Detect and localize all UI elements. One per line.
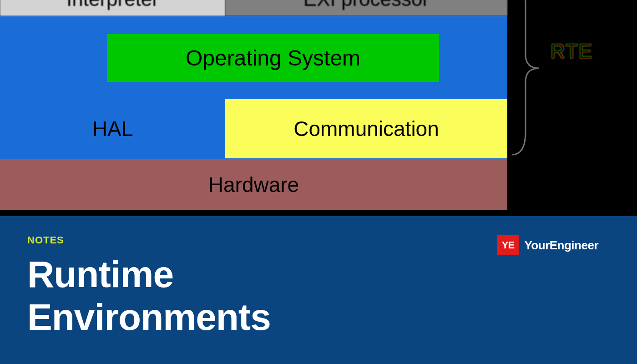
title-line-1: Runtime: [27, 253, 610, 296]
rte-label: RTE: [551, 40, 593, 63]
hardware-block: Hardware: [0, 159, 507, 210]
os-label: Operating System: [186, 46, 360, 71]
logo: YE YourEngineer: [497, 235, 598, 255]
communication-block: Communication: [225, 99, 507, 158]
architecture-diagram: Interpreter EXI processor Operating Syst…: [0, 0, 637, 216]
hal-block: HAL: [0, 99, 225, 158]
exi-label: EXI processor: [303, 0, 429, 10]
footer-banner: NOTES Runtime Environments YE YourEngine…: [0, 216, 637, 364]
operating-system-block: Operating System: [107, 34, 439, 82]
exi-processor-block: EXI processor: [225, 0, 507, 16]
interpreter-block: Interpreter: [0, 0, 225, 16]
logo-badge: YE: [497, 235, 519, 255]
logo-text: YourEngineer: [524, 238, 598, 253]
page-title: Runtime Environments: [27, 253, 610, 339]
hardware-label: Hardware: [208, 172, 299, 197]
hal-label: HAL: [92, 116, 133, 141]
communication-label: Communication: [293, 116, 439, 141]
interpreter-label: Interpreter: [66, 0, 159, 10]
rte-brace-icon: [507, 0, 548, 159]
title-line-2: Environments: [27, 296, 610, 339]
